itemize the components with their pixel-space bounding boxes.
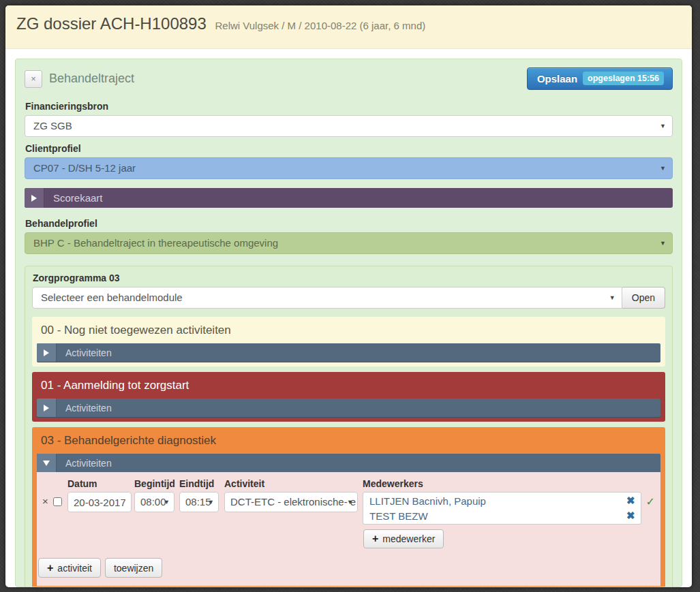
dossier-title: ZG dossier ACH-H100893 <box>16 14 207 33</box>
browser-page: ZG dossier ACH-H100893 Relwi Vulgsek / M… <box>5 5 692 587</box>
close-button[interactable]: × <box>25 70 42 88</box>
chevron-down-icon: ▼ <box>164 493 170 512</box>
medewerker-item: LLITJEN Bacnivh, Papuip ✖ <box>363 493 641 508</box>
medewerker-item: TEST BEZW ✖ <box>363 508 641 523</box>
module-title: 03 - Behandelgerichte diagnostiek <box>37 427 660 454</box>
activiteit-select[interactable]: DCT-ETC - elektronische- e ▼ <box>224 492 358 512</box>
behandelprofiel-label: Behandelprofiel <box>25 218 673 229</box>
chevron-down-icon: ▼ <box>660 158 666 178</box>
chevron-down-icon: ▼ <box>347 493 353 512</box>
header-spacer <box>42 478 67 489</box>
activiteiten-label: Activiteiten <box>65 458 112 469</box>
chevron-down-icon: ▼ <box>609 287 615 308</box>
financieringsbron-label: Financieringsbron <box>25 101 673 112</box>
activiteiten-expand-button[interactable] <box>37 343 57 362</box>
activiteiten-label: Activiteiten <box>65 403 112 414</box>
datum-cell <box>67 492 132 512</box>
activiteiten-collapse-bar[interactable]: Activiteiten <box>37 343 660 362</box>
patient-info: Relwi Vulgsek / M / 2010-08-22 (6 jaar, … <box>215 20 425 31</box>
medewerker-name: TEST BEZW <box>369 510 428 522</box>
behandelmodule-select[interactable]: Selecteer een behandelmodule ▼ <box>32 287 622 309</box>
open-button-label: Open <box>632 292 655 303</box>
activiteiten-label: Activiteiten <box>65 347 112 358</box>
module-section-00: 00 - Nog niet toegewezen activiteiten Ac… <box>32 317 665 367</box>
delete-row-icon[interactable]: × <box>42 497 48 506</box>
activiteiten-expand-button[interactable] <box>37 399 57 417</box>
collapse-arrow-icon <box>43 461 50 466</box>
activity-row-checkbox[interactable] <box>53 497 62 506</box>
activiteit-value: DCT-ETC - elektronische- e <box>230 496 356 508</box>
add-activiteit-label: activiteit <box>57 563 92 574</box>
medewerkers-list: LLITJEN Bacnivh, Papuip ✖ TEST BEZW ✖ <box>363 492 641 525</box>
expand-arrow-icon <box>31 195 37 202</box>
eindtijd-header: Eindtijd <box>179 478 219 489</box>
scorekaart-label: Scorekaart <box>53 192 103 204</box>
plus-icon: + <box>372 533 378 545</box>
eindtijd-select[interactable]: 08:15 ▼ <box>179 492 219 512</box>
activity-table-row: × 08:00 ▼ <box>42 492 655 525</box>
financieringsbron-select[interactable]: ZG SGB ▼ <box>25 115 673 137</box>
open-button[interactable]: Open <box>622 287 665 309</box>
row-valid-check-icon: ✓ <box>646 495 655 508</box>
behandelprofiel-value: BHP C - Behandeltraject in thereapeutisc… <box>33 237 278 249</box>
remove-medewerker-icon[interactable]: ✖ <box>626 510 635 522</box>
behandelmodule-value: Selecteer een behandelmodule <box>41 292 183 303</box>
chevron-down-icon: ▼ <box>208 493 214 512</box>
activiteit-cell: DCT-ETC - elektronische- e ▼ <box>224 492 358 512</box>
close-icon: × <box>31 74 36 84</box>
activiteiten-collapse-bar[interactable]: Activiteiten <box>37 399 660 417</box>
chevron-down-icon: ▼ <box>660 116 666 136</box>
begintijd-cell: 08:00 ▼ <box>134 492 174 512</box>
module-section-01: 01 - Aanmelding tot zorgstart Activiteit… <box>32 372 665 422</box>
datum-input[interactable] <box>67 492 132 512</box>
behandelprofiel-select[interactable]: BHP C - Behandeltraject in thereapeutisc… <box>25 232 673 254</box>
remove-medewerker-icon[interactable]: ✖ <box>626 495 635 507</box>
clientprofiel-value: CP07 - D/SH 5-12 jaar <box>33 162 136 174</box>
row-controls: × <box>42 492 67 506</box>
save-button-label: Opslaan <box>537 73 577 84</box>
saved-badge: opgeslagen 15:56 <box>583 72 664 85</box>
activiteiten-collapse-button[interactable] <box>37 454 57 472</box>
panel-header: × Behandeltraject Opslaan opgeslagen 15:… <box>25 67 673 90</box>
chevron-down-icon: ▼ <box>660 233 666 253</box>
toewijzen-button[interactable]: toewijzen <box>105 558 162 578</box>
table-actions: + activiteit toewijzen <box>38 558 655 578</box>
add-medewerker-label: medewerker <box>382 533 435 544</box>
panel-title: Behandeltraject <box>49 72 527 86</box>
begintijd-header: Begintijd <box>134 478 174 489</box>
eindtijd-cell: 08:15 ▼ <box>179 492 219 512</box>
begintijd-value: 08:00 <box>140 496 166 508</box>
begintijd-select[interactable]: 08:00 ▼ <box>134 492 174 512</box>
dossier-header: ZG dossier ACH-H100893 Relwi Vulgsek / M… <box>5 5 692 49</box>
datum-header: Datum <box>67 478 132 489</box>
eindtijd-value: 08:15 <box>185 496 211 508</box>
page-title: ZG dossier ACH-H100893 Relwi Vulgsek / M… <box>16 14 681 33</box>
behandeltraject-panel: × Behandeltraject Opslaan opgeslagen 15:… <box>15 59 682 587</box>
plus-icon: + <box>47 562 53 574</box>
scorekaart-expand-button[interactable] <box>25 188 44 208</box>
expand-arrow-icon <box>44 349 49 356</box>
module-title: 01 - Aanmelding tot zorgstart <box>37 372 660 399</box>
add-activiteit-button[interactable]: + activiteit <box>38 558 101 578</box>
medewerkers-cell: LLITJEN Bacnivh, Papuip ✖ TEST BEZW ✖ <box>363 492 641 525</box>
module-section-03: 03 - Behandelgerichte diagnostiek Activi… <box>32 427 665 587</box>
activity-table-header: Datum Begintijd Eindtijd Activiteit Mede… <box>42 478 655 489</box>
scorekaart-collapse-bar[interactable]: Scorekaart <box>25 188 673 208</box>
clientprofiel-select[interactable]: CP07 - D/SH 5-12 jaar ▼ <box>25 157 673 179</box>
activiteit-header: Activiteit <box>224 478 358 489</box>
zorgprogramma-box: Zorgprogramma 03 Selecteer een behandelm… <box>25 266 673 587</box>
zorgprogramma-label: Zorgprogramma 03 <box>33 272 665 283</box>
toewijzen-label: toewijzen <box>114 563 153 574</box>
activiteiten-collapse-bar[interactable]: Activiteiten <box>37 454 660 472</box>
activiteiten-table: Datum Begintijd Eindtijd Activiteit Mede… <box>37 472 660 586</box>
add-medewerker-row: + medewerker <box>42 529 655 548</box>
medewerker-name: LLITJEN Bacnivh, Papuip <box>369 495 486 507</box>
clientprofiel-label: Clientprofiel <box>25 143 673 154</box>
financieringsbron-value: ZG SGB <box>33 120 72 131</box>
module-title: 00 - Nog niet toegewezen activiteiten <box>37 317 660 343</box>
behandelmodule-input-group: Selecteer een behandelmodule ▼ Open <box>32 287 665 309</box>
add-medewerker-button[interactable]: + medewerker <box>363 529 444 548</box>
save-button[interactable]: Opslaan opgeslagen 15:56 <box>527 67 673 90</box>
expand-arrow-icon <box>44 405 49 411</box>
medewerkers-header: Medewerkers <box>363 478 423 489</box>
